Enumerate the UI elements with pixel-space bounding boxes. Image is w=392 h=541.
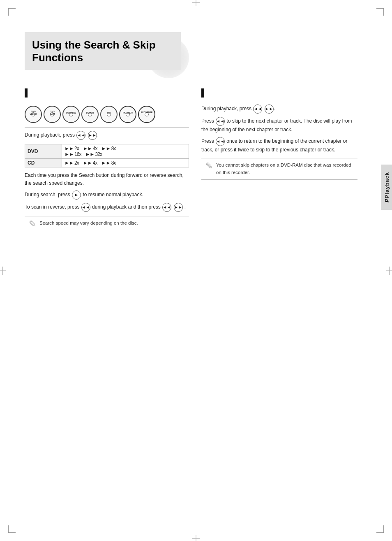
cd-label-cell: CD: [25, 159, 62, 167]
disc-icons-row: DVDVIDEO DVDRAM DVD+RW DVD+R CD PLAYER R…: [25, 106, 189, 123]
skip-body1: Press ◄◄ to skip to the next chapter or …: [201, 117, 357, 134]
reg-top: [196, 0, 196, 6]
reg-left: [0, 270, 6, 271]
play-btn-inline: ►: [72, 190, 81, 200]
right-column: During playback, press ◄◄ ►►. Press ◄◄ t…: [201, 88, 357, 184]
disc-icon-cd: CD: [100, 106, 118, 123]
right-sep-line: [201, 101, 357, 101]
skip-body2: Press ◄◄ once to return to the beginning…: [201, 137, 357, 154]
fwd-btn-inline2: ►►: [174, 203, 183, 212]
skip-rev-btn-icon: ◄◄: [253, 104, 262, 114]
note-text-left: Search speed may vary depending on the d…: [39, 220, 138, 227]
playback-tab-label: PPlayback: [384, 172, 390, 202]
reg-left-v: [2, 267, 3, 275]
search-fwd-btn-icon: ►►: [88, 131, 97, 140]
disc-icon-recorder: RECORDER: [138, 106, 155, 123]
rev-btn-inline: ◄◄: [81, 203, 90, 212]
search-body1: Each time you press the Search button du…: [25, 172, 189, 187]
playback-tab: PPlayback: [381, 165, 392, 210]
note-icon-right: ✎: [205, 161, 213, 172]
note-icon-left: ✎: [29, 219, 36, 230]
corner-mark-br: [376, 525, 384, 533]
dvd-label-cell: DVD: [25, 144, 62, 159]
rev-btn-inline2: ◄◄: [162, 203, 171, 212]
title-block: Using the Search & Skip Functions: [25, 32, 181, 70]
corner-mark-tr: [376, 8, 384, 16]
left-section-bar: [25, 88, 28, 98]
disc-icon-dvd-ram: DVDRAM: [44, 106, 61, 123]
cd-speeds-cell: ►► 2x ►► 4x ►► 8x: [62, 159, 189, 167]
disc-icon-player: PLAYER: [119, 106, 136, 123]
page-title: Using the Search & Skip Functions: [32, 39, 173, 64]
corner-mark-bl: [8, 525, 16, 533]
search-rev-btn-icon: ◄◄: [76, 131, 85, 140]
left-column: DVDVIDEO DVDRAM DVD+RW DVD+R CD PLAYER R…: [25, 88, 189, 237]
skip-fwd-btn-icon: ►►: [265, 104, 274, 114]
corner-mark-tl: [8, 8, 16, 16]
disc-icon-dvd-rw: DVD+RW: [62, 106, 80, 123]
search-body2: During search, press ► to resume normal …: [25, 190, 189, 200]
reg-bottom-h: [192, 538, 200, 539]
right-section-bar: [201, 88, 204, 98]
skip-rev-btn-inline: ◄◄: [216, 137, 225, 146]
skip-fwd-btn-inline: ◄◄: [216, 117, 225, 126]
note-box-left: ✎ Search speed may vary depending on the…: [25, 216, 189, 233]
disc-icon-dvd-video: DVDVIDEO: [25, 106, 42, 123]
sep-line-1: [25, 127, 189, 128]
reg-top-h: [192, 2, 200, 3]
disc-icon-dvd-r: DVD+R: [81, 106, 99, 123]
dvd-speeds-cell: ►► 2x ►► 4x ►► 8x ►► 16x ►► 32x: [62, 144, 189, 159]
note-text-right: You cannot skip chapters on a DVD-RAM di…: [216, 162, 353, 176]
reg-right-v: [389, 267, 390, 275]
table-row-cd: CD ►► 2x ►► 4x ►► 8x: [25, 159, 189, 167]
search-intro-text: During playback, press ◄◄ ►►.: [25, 131, 189, 140]
search-body3: To scan in reverse, press ◄◄ during play…: [25, 203, 189, 212]
note-box-right: ✎ You cannot skip chapters on a DVD-RAM …: [201, 158, 357, 180]
skip-intro-text: During playback, press ◄◄ ►►.: [201, 104, 357, 114]
table-row-dvd: DVD ►► 2x ►► 4x ►► 8x ►► 16x ►► 32x: [25, 144, 189, 159]
search-speed-table: DVD ►► 2x ►► 4x ►► 8x ►► 16x ►► 32x CD ►…: [25, 144, 189, 167]
